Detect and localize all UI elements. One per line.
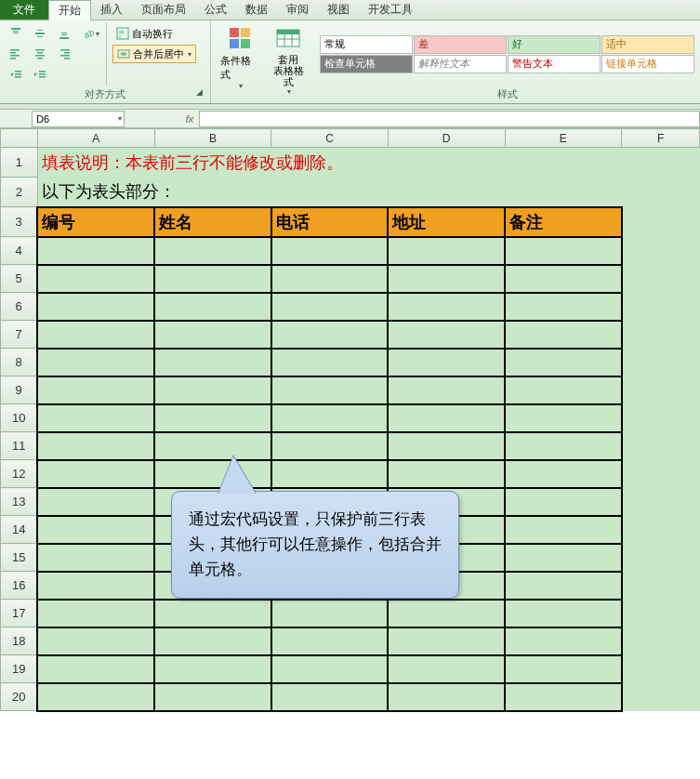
row-header[interactable]: 8 <box>1 349 38 376</box>
cell[interactable] <box>37 293 154 321</box>
cell[interactable] <box>154 349 271 376</box>
cell[interactable] <box>37 655 154 683</box>
table-header-cell[interactable]: 编号 <box>37 207 154 237</box>
style-cell[interactable]: 常规 <box>320 35 413 54</box>
row-header[interactable]: 15 <box>1 544 38 572</box>
table-header-cell[interactable]: 电话 <box>271 207 389 237</box>
cell[interactable] <box>388 321 505 349</box>
column-header[interactable]: A <box>37 129 154 148</box>
cell[interactable] <box>505 349 622 376</box>
cell[interactable] <box>622 349 700 376</box>
cell[interactable] <box>388 600 505 627</box>
cell[interactable] <box>271 683 389 711</box>
style-cell[interactable]: 警告文本 <box>508 55 601 73</box>
cell[interactable] <box>271 321 389 349</box>
cell[interactable] <box>271 376 389 404</box>
cell[interactable] <box>154 655 271 683</box>
cell[interactable] <box>622 655 700 683</box>
style-cell[interactable]: 检查单元格 <box>320 55 413 73</box>
cell[interactable] <box>154 237 271 265</box>
row-header[interactable]: 5 <box>1 265 38 293</box>
formula-input[interactable] <box>199 111 700 127</box>
callout-shape[interactable]: 通过宏代码设置，只保护前三行表头，其他行可以任意操作，包括合并单元格。 <box>171 491 459 599</box>
row-header[interactable]: 7 <box>1 321 38 349</box>
cell[interactable] <box>271 349 389 376</box>
cell[interactable] <box>622 404 700 432</box>
cell[interactable] <box>505 600 622 627</box>
cell[interactable] <box>505 683 622 711</box>
style-cell[interactable]: 好 <box>508 35 601 54</box>
cell[interactable] <box>622 460 700 488</box>
column-header[interactable]: C <box>271 129 389 148</box>
cell[interactable] <box>505 376 622 404</box>
cell[interactable] <box>505 572 622 600</box>
cell[interactable] <box>154 293 271 321</box>
tab-data[interactable]: 数据 <box>236 0 277 20</box>
cell[interactable] <box>622 265 700 293</box>
align-right-button[interactable] <box>54 45 74 63</box>
file-tab[interactable]: 文件 <box>0 0 48 20</box>
select-all-corner[interactable] <box>1 129 38 148</box>
cell[interactable] <box>154 265 271 293</box>
cell[interactable] <box>622 544 700 572</box>
cell[interactable] <box>37 265 154 293</box>
column-header[interactable]: B <box>154 129 271 148</box>
cell[interactable] <box>622 321 700 349</box>
cell[interactable] <box>37 627 154 655</box>
cell[interactable] <box>37 237 154 265</box>
tab-view[interactable]: 视图 <box>318 0 359 20</box>
cell[interactable] <box>505 321 622 349</box>
cell[interactable] <box>271 404 389 432</box>
name-box-dropdown-icon[interactable]: ▾ <box>118 114 122 123</box>
column-header[interactable]: F <box>622 129 700 148</box>
cell[interactable] <box>505 460 622 488</box>
cell[interactable] <box>37 683 154 711</box>
cell[interactable] <box>622 516 700 544</box>
cell[interactable] <box>271 293 389 321</box>
cell[interactable] <box>271 237 389 265</box>
tab-insert[interactable]: 插入 <box>91 0 132 20</box>
tab-review[interactable]: 审阅 <box>277 0 318 20</box>
cell[interactable] <box>388 655 505 683</box>
decrease-indent-button[interactable] <box>6 65 26 84</box>
cell[interactable] <box>154 683 271 711</box>
cell[interactable] <box>505 488 622 516</box>
row-header[interactable]: 13 <box>1 488 38 516</box>
cell[interactable] <box>154 627 271 655</box>
row-header[interactable]: 1 <box>1 148 38 178</box>
cell[interactable] <box>388 293 505 321</box>
cell[interactable] <box>271 432 389 460</box>
cell[interactable] <box>388 349 505 376</box>
cell[interactable] <box>505 237 622 265</box>
cell[interactable] <box>271 600 389 627</box>
table-header-cell[interactable]: 备注 <box>505 207 622 237</box>
table-format-button[interactable]: 套用 表格格式 ▾ <box>265 22 312 103</box>
row-header[interactable]: 3 <box>1 207 38 237</box>
row-header[interactable]: 6 <box>1 293 38 321</box>
increase-indent-button[interactable] <box>30 65 50 84</box>
cell[interactable] <box>271 460 389 488</box>
tab-home[interactable]: 开始 <box>48 0 91 20</box>
cell[interactable] <box>505 544 622 572</box>
row-header[interactable]: 19 <box>1 655 38 683</box>
cell[interactable] <box>37 516 154 544</box>
row-header[interactable]: 10 <box>1 404 38 432</box>
conditional-format-button[interactable]: 条件格式 ▾ <box>217 22 264 103</box>
tab-developer[interactable]: 开发工具 <box>359 0 422 20</box>
cell[interactable] <box>505 293 622 321</box>
row-header[interactable]: 2 <box>1 178 38 207</box>
fx-icon[interactable]: fx <box>180 113 199 125</box>
align-bottom-button[interactable] <box>54 24 74 43</box>
cell[interactable] <box>622 600 700 627</box>
cell[interactable] <box>37 376 154 404</box>
cell[interactable] <box>388 265 505 293</box>
cell[interactable] <box>37 544 154 572</box>
align-middle-button[interactable] <box>30 24 50 43</box>
cell[interactable] <box>37 488 154 516</box>
cell[interactable] <box>271 627 389 655</box>
align-center-button[interactable] <box>30 45 50 63</box>
style-cell[interactable]: 适中 <box>601 35 694 54</box>
style-cell[interactable]: 差 <box>414 35 507 54</box>
cell[interactable] <box>622 627 700 655</box>
cell[interactable] <box>388 237 505 265</box>
